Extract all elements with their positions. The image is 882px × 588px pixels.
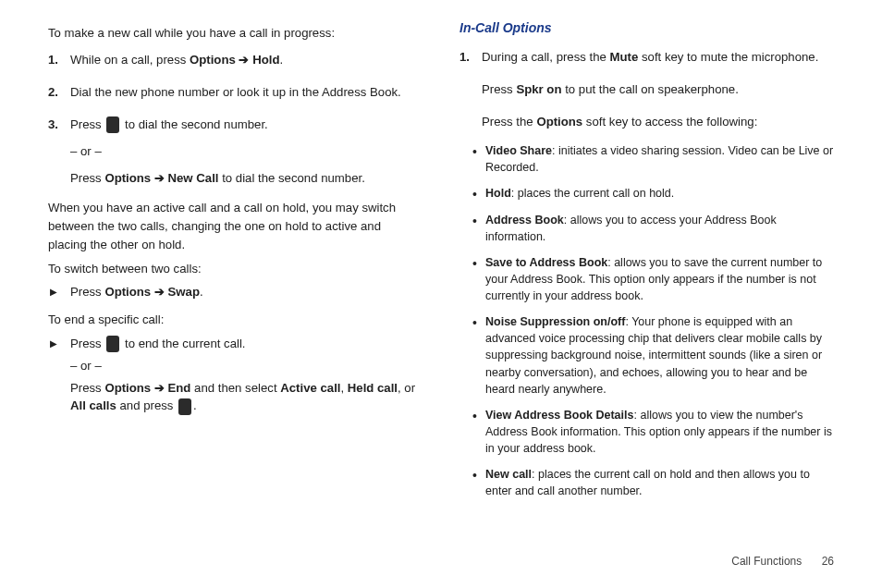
switch-label: To switch between two calls:: [48, 260, 423, 278]
bullet-hold: Hold: places the current call on hold.: [485, 185, 834, 202]
left-column: To make a new call while you have a call…: [48, 18, 423, 508]
step-3-alt: Press Options ➔ New Call to dial the sec…: [70, 166, 423, 190]
swap-item: Press Options ➔ Swap.: [70, 283, 423, 301]
ok-key-icon: [178, 398, 191, 415]
end-item: Press to end the current call. – or – Pr…: [70, 335, 423, 415]
end-item-alt: Press Options ➔ End and then select Acti…: [70, 379, 423, 416]
right-column: In-Call Options 1. During a call, press …: [459, 18, 834, 508]
send-key-icon: [106, 116, 119, 133]
step-3: 3. Press to dial the second number. – or…: [70, 113, 423, 190]
switch-intro: When you have an active call and a call …: [48, 199, 423, 253]
options-bullets: Video Share: initiates a video sharing s…: [459, 142, 834, 499]
incall-step-1: 1. During a call, press the Mute soft ke…: [482, 45, 834, 133]
bullet-video-share: Video Share: initiates a video sharing s…: [485, 142, 834, 176]
spkr-line: Press Spkr on to put the call on speaker…: [482, 78, 834, 101]
step-2: 2. Dial the new phone number or look it …: [70, 80, 423, 104]
end-label: To end a specific call:: [48, 311, 423, 329]
page-footer: Call Functions 26: [731, 555, 834, 568]
swap-list: Press Options ➔ Swap.: [48, 283, 423, 301]
bullet-save-address-book: Save to Address Book: allows you to save…: [485, 254, 834, 304]
options-line: Press the Options soft key to access the…: [482, 110, 834, 133]
new-call-steps: 1. While on a call, press Options ➔ Hold…: [48, 48, 423, 190]
end-key-icon: [106, 336, 119, 352]
bullet-address-book: Address Book: allows you to access your …: [485, 212, 834, 245]
page-number: 26: [822, 555, 834, 568]
bullet-new-call: New call: places the current call on hol…: [485, 466, 834, 499]
end-list: Press to end the current call. – or – Pr…: [48, 335, 423, 415]
or-divider: – or –: [70, 140, 423, 163]
or-divider: – or –: [70, 357, 423, 375]
incall-steps: 1. During a call, press the Mute soft ke…: [459, 45, 834, 133]
bullet-noise-suppression: Noise Suppression on/off: Your phone is …: [485, 313, 834, 398]
step-1: 1. While on a call, press Options ➔ Hold…: [70, 48, 423, 71]
intro-text: To make a new call while you have a call…: [48, 24, 423, 43]
bullet-view-details: View Address Book Details: allows you to…: [485, 407, 834, 457]
section-heading: In-Call Options: [459, 18, 834, 38]
footer-section: Call Functions: [731, 555, 802, 568]
